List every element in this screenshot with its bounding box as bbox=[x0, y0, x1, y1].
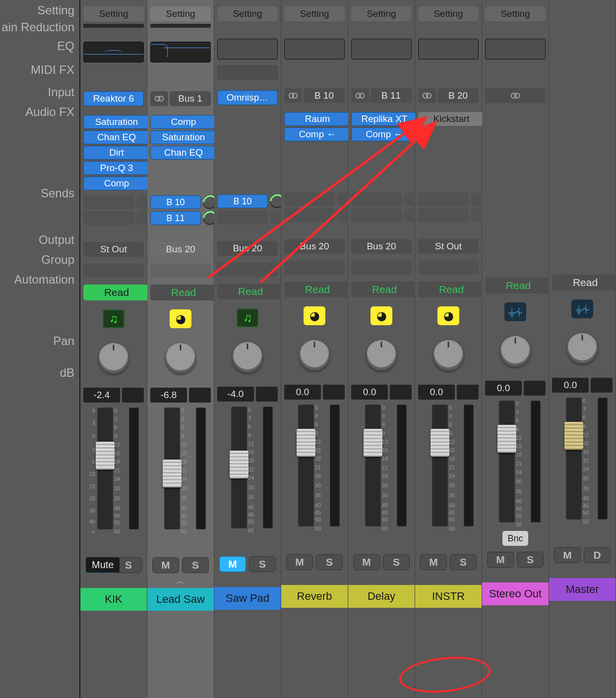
automation-mode-button[interactable]: Read bbox=[418, 282, 485, 297]
audio-fx-plugin[interactable]: Saturation bbox=[83, 115, 150, 129]
output-select[interactable]: Bus 20 bbox=[217, 241, 278, 256]
dim-button[interactable]: D bbox=[584, 547, 611, 563]
audio-fx-plugin[interactable]: Comp bbox=[83, 176, 150, 190]
input-select[interactable]: B 10 bbox=[304, 88, 345, 103]
audio-fx-plugin[interactable]: Saturation bbox=[150, 130, 217, 144]
peak-display[interactable] bbox=[390, 385, 412, 400]
bounce-button[interactable]: Bnc bbox=[502, 531, 528, 546]
output-select[interactable]: Bus 20 bbox=[284, 239, 345, 254]
track-name[interactable]: Saw Pad bbox=[214, 587, 281, 610]
audio-fx-plugin[interactable]: Chan EQ bbox=[83, 130, 150, 144]
track-name[interactable]: KIK bbox=[80, 588, 147, 611]
track-reverb[interactable]: SettingB 10RaumComp ←Bus 20Read◕0.0 6303… bbox=[281, 0, 348, 698]
eq-thumbnail[interactable] bbox=[83, 42, 144, 62]
eq-thumbnail[interactable] bbox=[485, 39, 546, 59]
automation-mode-button[interactable]: Read bbox=[552, 275, 616, 291]
output-select[interactable]: St Out bbox=[418, 239, 479, 254]
send-slot-empty[interactable] bbox=[83, 211, 134, 225]
track-stereoout[interactable]: SettingRead⏚⏆0.0 630361015203040∞ 036912… bbox=[482, 0, 549, 698]
track-name[interactable]: Master bbox=[549, 578, 616, 601]
volume-db-display[interactable]: -2.4 bbox=[83, 388, 120, 403]
volume-db-display[interactable]: -6.8 bbox=[150, 388, 187, 403]
track-name[interactable]: INSTR bbox=[415, 585, 482, 608]
volume-fader[interactable] bbox=[432, 405, 448, 526]
track-instr[interactable]: SettingB 20KickstartSt OutRead◕0.0 63036… bbox=[415, 0, 482, 698]
instrument-select[interactable]: Omnisp… bbox=[217, 90, 278, 105]
volume-db-display[interactable]: 0.0 bbox=[418, 385, 455, 400]
track-kik[interactable]: SettingReaktor 6SaturationChan EQDirtPro… bbox=[80, 0, 147, 698]
output-select[interactable]: Bus 20 bbox=[150, 242, 211, 257]
audio-fx-plugin[interactable]: Kickstart bbox=[418, 112, 485, 126]
input-select[interactable]: B 11 bbox=[370, 88, 412, 103]
group-slot[interactable] bbox=[150, 264, 211, 278]
volume-db-display[interactable]: 0.0 bbox=[351, 385, 388, 400]
group-slot[interactable] bbox=[83, 264, 144, 278]
audio-fx-plugin[interactable]: Replika XT bbox=[351, 112, 418, 126]
mute-button[interactable]: M bbox=[554, 547, 581, 563]
solo-button[interactable]: S bbox=[249, 556, 276, 572]
solo-button[interactable]: S bbox=[316, 554, 343, 570]
instrument-icon[interactable]: ♫ bbox=[237, 308, 258, 327]
automation-mode-button[interactable]: Read bbox=[351, 282, 418, 297]
input-format-button[interactable] bbox=[351, 88, 369, 103]
input-format-button[interactable] bbox=[418, 88, 436, 103]
audio-fx-plugin[interactable]: Raum bbox=[284, 112, 351, 126]
solo-button[interactable]: S bbox=[517, 552, 544, 568]
track-master[interactable]: Read⏚⏆0.0 630361015203040∞ 0369121518212… bbox=[549, 0, 616, 698]
setting-button[interactable]: Setting bbox=[418, 6, 479, 21]
setting-button[interactable]: Setting bbox=[485, 6, 546, 21]
input-format-button[interactable] bbox=[150, 91, 168, 106]
aux-icon[interactable]: ◕ bbox=[437, 306, 459, 325]
audio-fx-plugin[interactable]: Pro-Q 3 bbox=[83, 161, 150, 175]
volume-db-display[interactable]: 0.0 bbox=[284, 385, 321, 400]
mute-button[interactable]: M bbox=[219, 556, 246, 572]
chevron-up-icon[interactable]: ︿ bbox=[177, 577, 185, 587]
automation-mode-button[interactable]: Read bbox=[284, 282, 351, 297]
input-format-button[interactable] bbox=[284, 88, 302, 103]
instrument-icon[interactable]: ♫ bbox=[103, 309, 124, 328]
peak-display[interactable] bbox=[591, 378, 613, 393]
send-slot-empty[interactable] bbox=[418, 192, 469, 206]
volume-db-display[interactable]: 0.0 bbox=[552, 378, 589, 393]
volume-fader[interactable] bbox=[566, 398, 582, 520]
solo-button[interactable]: S bbox=[450, 554, 477, 570]
output-icon[interactable]: ⏚⏆ bbox=[571, 299, 593, 318]
volume-fader[interactable] bbox=[231, 407, 247, 528]
peak-display[interactable] bbox=[256, 387, 278, 402]
send-bus[interactable]: B 11 bbox=[150, 211, 201, 225]
track-name[interactable]: Lead Saw bbox=[147, 588, 214, 611]
solo-button[interactable]: S bbox=[383, 554, 410, 570]
send-slot-empty[interactable] bbox=[83, 195, 134, 209]
pan-knob[interactable] bbox=[232, 342, 263, 373]
aux-icon[interactable]: ◕ bbox=[304, 306, 325, 325]
mute-button[interactable]: M bbox=[353, 554, 380, 570]
track-sawpad[interactable]: SettingOmnisp…B 10Bus 20Read♫-4.0 630361… bbox=[214, 0, 281, 698]
track-leadsaw[interactable]: SettingBus 1CompSaturationChan EQB 10B 1… bbox=[147, 0, 214, 698]
volume-fader[interactable] bbox=[499, 401, 515, 523]
peak-display[interactable] bbox=[524, 381, 546, 396]
volume-fader[interactable] bbox=[164, 407, 180, 529]
audio-fx-plugin[interactable]: Comp ← bbox=[284, 127, 351, 141]
eq-thumbnail[interactable] bbox=[351, 39, 412, 59]
input-select[interactable]: B 20 bbox=[437, 88, 479, 103]
pan-knob[interactable] bbox=[165, 343, 196, 374]
send-slot-empty[interactable] bbox=[284, 192, 335, 206]
pan-knob[interactable] bbox=[500, 336, 531, 367]
output-icon[interactable]: ⏚⏆ bbox=[504, 302, 526, 321]
input-select[interactable]: Bus 1 bbox=[170, 91, 211, 106]
audio-fx-plugin[interactable]: Comp bbox=[150, 115, 217, 129]
aux-icon[interactable]: ◕ bbox=[170, 309, 191, 328]
automation-mode-button[interactable]: Read bbox=[150, 285, 217, 300]
volume-fader[interactable] bbox=[365, 405, 381, 526]
send-bus[interactable]: B 10 bbox=[217, 194, 268, 208]
send-bus[interactable]: B 10 bbox=[150, 195, 201, 209]
automation-mode-button[interactable]: Read bbox=[217, 284, 284, 299]
setting-button[interactable]: Setting bbox=[150, 6, 211, 21]
track-name[interactable]: Stereo Out bbox=[482, 582, 549, 605]
send-slot-empty[interactable] bbox=[418, 208, 469, 222]
peak-display[interactable] bbox=[189, 388, 211, 403]
send-slot-empty[interactable] bbox=[351, 208, 402, 222]
eq-thumbnail[interactable] bbox=[217, 39, 278, 59]
peak-display[interactable] bbox=[323, 385, 345, 400]
automation-mode-button[interactable]: Read bbox=[485, 278, 552, 293]
